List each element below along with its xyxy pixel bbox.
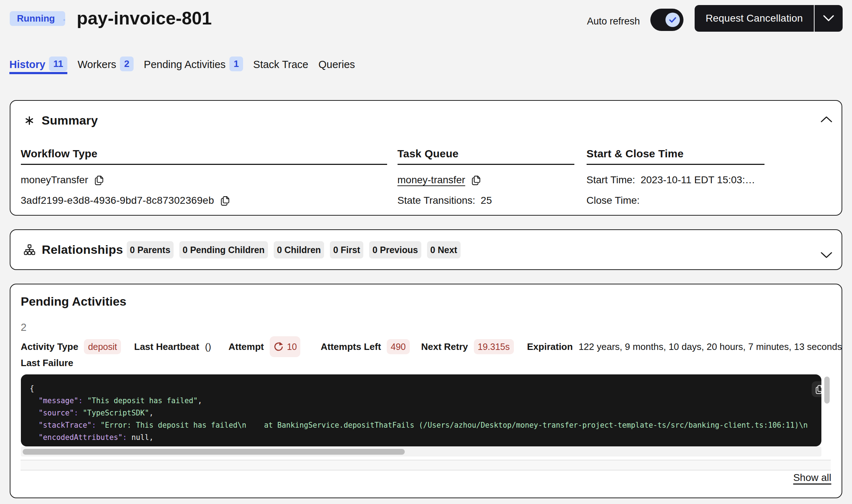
tab-label: Pending Activities — [144, 59, 225, 71]
request-cancellation-label: Request Cancellation — [695, 5, 814, 32]
copy-task-queue-button[interactable] — [471, 175, 481, 185]
horizontal-scrollbar-thumb[interactable] — [23, 449, 405, 455]
chevron-down-icon — [820, 251, 833, 259]
time-header: Start & Close Time — [587, 148, 764, 165]
close-time-label: Close Time: — [587, 195, 640, 206]
chevron-down-icon — [822, 14, 835, 23]
retry-icon — [273, 341, 284, 352]
horizontal-scrollbar[interactable] — [21, 447, 821, 456]
attempts-left-group: Attempts Left 490 — [321, 336, 410, 357]
cancel-menu-caret[interactable] — [815, 5, 843, 32]
copy-icon — [471, 175, 481, 185]
summary-card: Summary Workflow Type moneyTransfer 3adf… — [10, 100, 842, 216]
status-badge[interactable]: Running — [10, 11, 65, 26]
state-transitions-label: State Transitions: — [398, 195, 475, 206]
collapsed-activity-row[interactable] — [21, 460, 831, 471]
workflow-type-header: Workflow Type — [21, 148, 387, 165]
show-all-row: Show all — [21, 472, 831, 483]
tab-label: Workers — [77, 59, 116, 71]
tab-label: Queries — [318, 59, 355, 71]
relationship-badge: 0 Parents — [127, 241, 174, 258]
relationship-badge: 0 Pending Children — [179, 241, 268, 258]
next-retry-label: Next Retry — [421, 341, 468, 352]
tab-workers[interactable]: Workers2 — [77, 57, 134, 74]
page-title: pay-invoice-801 — [77, 8, 212, 29]
attempt-label: Attempt — [229, 341, 264, 352]
chevron-up-icon — [820, 116, 833, 123]
task-queue-header: Task Queue — [398, 148, 574, 165]
check-icon — [668, 15, 677, 24]
relationships-title: Relationships — [42, 243, 123, 257]
attempts-left-badge: 490 — [387, 339, 410, 354]
summary-card-header: Summary — [21, 113, 831, 127]
tab-label: Stack Trace — [253, 59, 308, 71]
expiration-value: 122 years, 9 months, 10 days, 20 hours, … — [579, 341, 842, 352]
request-cancellation-button[interactable]: Request Cancellation — [695, 5, 843, 32]
code-block[interactable]: { "message": "This deposit has failed", … — [21, 374, 821, 446]
tab-history[interactable]: History11 — [9, 57, 67, 74]
attempts-left-label: Attempts Left — [321, 341, 381, 352]
run-id-row: 3adf2199-e3d8-4936-9bd7-8c87302369eb — [21, 194, 387, 207]
start-time-label: Start Time: — [587, 174, 635, 186]
last-heartbeat-value: () — [205, 341, 211, 352]
task-queue-row: money-transfer — [398, 174, 574, 186]
last-failure-label: Last Failure — [21, 357, 831, 369]
pending-activities-title: Pending Activities — [21, 294, 831, 309]
expiration-group: Expiration 122 years, 9 months, 10 days,… — [527, 336, 842, 357]
summary-title: Summary — [42, 113, 98, 127]
show-all-link[interactable]: Show all — [793, 472, 831, 483]
auto-refresh-toggle[interactable] — [650, 9, 683, 31]
last-heartbeat-label: Last Heartbeat — [134, 341, 199, 352]
auto-refresh-label: Auto refresh — [587, 16, 640, 27]
relationships-card: Relationships 0 Parents0 Pending Childre… — [10, 229, 842, 270]
pending-activities-card: Pending Activities 2 Activity Type depos… — [10, 284, 842, 498]
tab-count-badge: 11 — [49, 57, 68, 71]
next-retry-badge: 19.315s — [474, 339, 514, 354]
task-queue-link[interactable]: money-transfer — [398, 174, 465, 186]
workflow-type-row: moneyTransfer — [21, 174, 387, 186]
relationship-badge: 0 First — [330, 241, 363, 258]
tab-count-badge: 2 — [120, 57, 134, 71]
copy-run-id-button[interactable] — [220, 195, 230, 206]
vertical-scrollbar-thumb[interactable] — [824, 377, 830, 404]
copy-icon — [94, 175, 104, 185]
relationships-expand-button[interactable] — [820, 251, 833, 260]
last-failure-payload: { "message": "This deposit has failed", … — [21, 374, 831, 456]
summary-grid: Workflow Type moneyTransfer 3adf2199-e3d… — [21, 148, 831, 207]
attempt-badge: 10 — [270, 336, 300, 357]
workflow-tabs: History11Workers2Pending Activities1Stac… — [9, 57, 355, 74]
tab-pending-activities[interactable]: Pending Activities1 — [144, 57, 243, 74]
expiration-label: Expiration — [527, 341, 573, 352]
summary-col-workflow-type: Workflow Type moneyTransfer 3adf2199-e3d… — [21, 148, 387, 207]
status-pulse-icon — [63, 19, 65, 21]
copy-workflow-type-button[interactable] — [94, 175, 104, 185]
relationship-badge: 0 Next — [427, 241, 461, 258]
start-time-value: 2023-10-11 EDT 15:03:… — [641, 174, 755, 186]
activity-type-badge: deposit — [84, 339, 121, 354]
tab-label: History — [9, 59, 45, 71]
relationship-badges: 0 Parents0 Pending Children0 Children0 F… — [127, 241, 461, 258]
activity-type-group: Activity Type deposit — [21, 336, 121, 357]
workflow-type-value: moneyTransfer — [21, 174, 88, 186]
summary-icon — [24, 115, 34, 126]
summary-collapse-button[interactable] — [820, 116, 833, 124]
code-content: { "message": "This deposit has failed", … — [30, 382, 821, 444]
attempt-group: Attempt 10 — [229, 336, 300, 357]
run-id-value: 3adf2199-e3d8-4936-9bd7-8c87302369eb — [21, 195, 214, 206]
tab-queries[interactable]: Queries — [318, 57, 355, 74]
summary-col-task-queue: Task Queue money-transfer State Transiti… — [398, 148, 574, 207]
tab-stack-trace[interactable]: Stack Trace — [253, 57, 308, 74]
close-time-row: Close Time: — [587, 194, 764, 207]
last-heartbeat-group: Last Heartbeat () — [134, 336, 211, 357]
relationship-badge: 0 Previous — [369, 241, 421, 258]
pending-activities-count: 2 — [21, 321, 831, 333]
relationships-card-header: Relationships — [23, 243, 123, 257]
copy-icon — [815, 384, 821, 394]
state-transitions-row: State Transitions: 25 — [398, 194, 574, 207]
copy-payload-button[interactable] — [812, 381, 821, 397]
start-time-row: Start Time: 2023-10-11 EDT 15:03:… — [587, 174, 764, 186]
tab-count-badge: 1 — [229, 57, 243, 71]
page-header: Running pay-invoice-801 Auto refresh Req… — [10, 0, 842, 40]
activity-type-label: Activity Type — [21, 341, 79, 352]
relationships-icon — [23, 244, 36, 255]
